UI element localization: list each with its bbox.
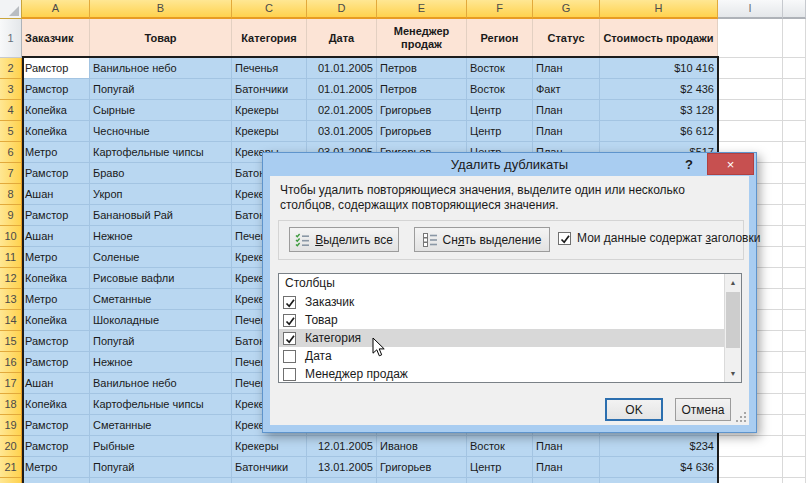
cell-A9[interactable]: Рамстор bbox=[22, 205, 90, 226]
row-header-7[interactable]: 7 bbox=[0, 163, 22, 184]
cell-J17[interactable] bbox=[783, 373, 806, 394]
cell-A5[interactable]: Копейка bbox=[22, 121, 90, 142]
cell-A16[interactable]: Рамстор bbox=[22, 352, 90, 373]
cell-B5[interactable]: Чесночные bbox=[90, 121, 232, 142]
cell-A20[interactable]: Рамстор bbox=[22, 436, 90, 457]
cell-A10[interactable]: Ашан bbox=[22, 226, 90, 247]
row-header-5[interactable]: 5 bbox=[0, 121, 22, 142]
row-header-9[interactable]: 9 bbox=[0, 205, 22, 226]
cell-J13[interactable] bbox=[783, 289, 806, 310]
cell-G20[interactable]: План bbox=[533, 436, 600, 457]
row-header-14[interactable]: 14 bbox=[0, 310, 22, 331]
cell-J16[interactable] bbox=[783, 352, 806, 373]
cell-D4[interactable]: 02.01.2005 bbox=[307, 100, 377, 121]
cell-J6[interactable] bbox=[783, 142, 806, 163]
row-header-13[interactable]: 13 bbox=[0, 289, 22, 310]
cell-B13[interactable]: Сметанные bbox=[90, 289, 232, 310]
cell-F5[interactable]: Центр bbox=[467, 121, 533, 142]
column-header-I[interactable]: I bbox=[718, 0, 783, 19]
help-icon[interactable]: ? bbox=[678, 154, 700, 175]
cell-H1[interactable]: Стоимость продажи bbox=[600, 19, 718, 58]
cell-B12[interactable]: Рисовые вафли bbox=[90, 268, 232, 289]
cell-I2[interactable] bbox=[718, 58, 783, 79]
cell-B11[interactable]: Соленые bbox=[90, 247, 232, 268]
cell-E1[interactable]: Менеджер продаж bbox=[377, 19, 467, 58]
cell-A2[interactable]: Рамстор bbox=[22, 58, 90, 79]
cell-A11[interactable]: Метро bbox=[22, 247, 90, 268]
cell-H4[interactable]: $3 128 bbox=[600, 100, 718, 121]
cell-B7[interactable]: Браво bbox=[90, 163, 232, 184]
close-icon[interactable]: × bbox=[707, 153, 754, 175]
cell-H21[interactable]: $4 636 bbox=[600, 457, 718, 478]
cell-A12[interactable]: Копейка bbox=[22, 268, 90, 289]
cell-A18[interactable]: Копейка bbox=[22, 394, 90, 415]
cell-D20[interactable]: 12.01.2005 bbox=[307, 436, 377, 457]
cell-J21[interactable] bbox=[783, 457, 806, 478]
cell-E2[interactable]: Петров bbox=[377, 58, 467, 79]
cell-C4[interactable]: Крекеры bbox=[232, 100, 307, 121]
resize-grip[interactable] bbox=[736, 412, 746, 422]
row-header-10[interactable]: 10 bbox=[0, 226, 22, 247]
cell-I4[interactable] bbox=[718, 100, 783, 121]
column-header-J[interactable] bbox=[783, 0, 806, 19]
column-list-item-4[interactable]: Менеджер продаж bbox=[279, 365, 741, 383]
row-header-21[interactable]: 21 bbox=[0, 457, 22, 478]
cell-B2[interactable]: Ванильное небо bbox=[90, 58, 232, 79]
checkbox-unchecked-icon[interactable] bbox=[283, 368, 296, 381]
cell-E4[interactable]: Григорьев bbox=[377, 100, 467, 121]
column-header-A[interactable]: A bbox=[22, 0, 90, 19]
cell-A4[interactable]: Копейка bbox=[22, 100, 90, 121]
column-header-B[interactable]: B bbox=[90, 0, 232, 19]
cell-C1[interactable]: Категория bbox=[232, 19, 307, 58]
cell-A3[interactable]: Рамстор bbox=[22, 79, 90, 100]
row-header-16[interactable]: 16 bbox=[0, 352, 22, 373]
cell-D3[interactable]: 01.01.2005 bbox=[307, 79, 377, 100]
cell-F1[interactable]: Регион bbox=[467, 19, 533, 58]
cell-D2[interactable]: 01.01.2005 bbox=[307, 58, 377, 79]
cell-G1[interactable]: Статус bbox=[533, 19, 600, 58]
row-header-2[interactable]: 2 bbox=[0, 58, 22, 79]
scroll-up-icon[interactable]: ▲ bbox=[725, 274, 741, 291]
cell-B14[interactable]: Шоколадные bbox=[90, 310, 232, 331]
row-header-8[interactable]: 8 bbox=[0, 184, 22, 205]
scrollbar-thumb[interactable] bbox=[726, 292, 740, 348]
cell-C2[interactable]: Печенья bbox=[232, 58, 307, 79]
cell-B9[interactable]: Банановый Рай bbox=[90, 205, 232, 226]
cell-B19[interactable]: Сметанные bbox=[90, 415, 232, 436]
column-header-H[interactable]: H bbox=[600, 0, 718, 19]
cell-J18[interactable] bbox=[783, 394, 806, 415]
cell-B1[interactable]: Товар bbox=[90, 19, 232, 58]
cell-G4[interactable]: План bbox=[533, 100, 600, 121]
cell-B8[interactable]: Укроп bbox=[90, 184, 232, 205]
cell-E3[interactable]: Петров bbox=[377, 79, 467, 100]
row-header-3[interactable]: 3 bbox=[0, 79, 22, 100]
cell-B6[interactable]: Картофельные чипсы bbox=[90, 142, 232, 163]
cell-A8[interactable]: Ашан bbox=[22, 184, 90, 205]
select-all-corner[interactable] bbox=[0, 0, 22, 19]
row-header-20[interactable]: 20 bbox=[0, 436, 22, 457]
cell-A13[interactable]: Метро bbox=[22, 289, 90, 310]
cell-E22[interactable] bbox=[377, 478, 467, 483]
checkbox-unchecked-icon[interactable] bbox=[283, 350, 296, 363]
cell-I20[interactable] bbox=[718, 436, 783, 457]
cell-B3[interactable]: Попугай bbox=[90, 79, 232, 100]
cell-A1[interactable]: Заказчик bbox=[22, 19, 90, 58]
cell-B16[interactable]: Нежное bbox=[90, 352, 232, 373]
cell-I21[interactable] bbox=[718, 457, 783, 478]
cell-H22[interactable] bbox=[600, 478, 718, 483]
scroll-down-icon[interactable]: ▼ bbox=[725, 365, 741, 382]
cell-D22[interactable] bbox=[307, 478, 377, 483]
row-header-15[interactable]: 15 bbox=[0, 331, 22, 352]
row-header-6[interactable]: 6 bbox=[0, 142, 22, 163]
cell-F2[interactable]: Восток bbox=[467, 58, 533, 79]
cell-B10[interactable]: Нежное bbox=[90, 226, 232, 247]
cell-B20[interactable]: Рыбные bbox=[90, 436, 232, 457]
cell-C3[interactable]: Батончики bbox=[232, 79, 307, 100]
cell-J9[interactable] bbox=[783, 205, 806, 226]
cell-H2[interactable]: $10 416 bbox=[600, 58, 718, 79]
cell-J2[interactable] bbox=[783, 58, 806, 79]
cell-B15[interactable]: Попугай bbox=[90, 331, 232, 352]
cell-F20[interactable]: Восток bbox=[467, 436, 533, 457]
cell-A17[interactable]: Ашан bbox=[22, 373, 90, 394]
cell-J8[interactable] bbox=[783, 184, 806, 205]
